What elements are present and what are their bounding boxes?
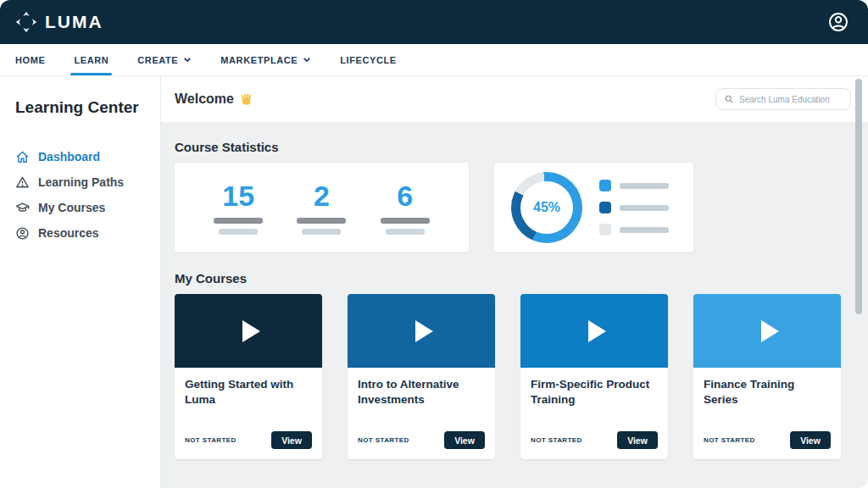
status-badge: NOT STARTED <box>358 436 409 444</box>
view-button[interactable]: View <box>617 431 658 449</box>
donut-center-label: 45% <box>533 200 560 215</box>
stat-sublabel-placeholder <box>386 229 425 235</box>
legend-label-placeholder <box>620 205 669 211</box>
page-title: Learning Center <box>15 98 145 117</box>
status-badge: NOT STARTED <box>531 436 582 444</box>
donut-chart: 45% <box>511 172 582 243</box>
stat-label-placeholder <box>214 218 263 224</box>
brand-name: LUMA <box>45 12 103 32</box>
brand-logo[interactable]: LUMA <box>15 11 103 33</box>
course-title: Finance Training Series <box>704 377 831 407</box>
play-icon <box>415 320 433 342</box>
section-heading-course-statistics: Course Statistics <box>175 140 854 154</box>
sidebar-menu: Dashboard Learning Paths My Courses <box>15 144 145 246</box>
welcome-text: Welcome <box>175 92 234 107</box>
account-button[interactable] <box>827 11 849 33</box>
sidebar-item-label: Dashboard <box>38 150 100 164</box>
luma-compass-icon <box>15 11 37 33</box>
course-card-body: Finance Training Series NOT STARTED View <box>693 368 841 459</box>
nav-tab-home[interactable]: HOME <box>15 44 45 75</box>
stat-sublabel-placeholder <box>219 229 258 235</box>
legend-label-placeholder <box>620 227 669 233</box>
stat-block: 2 <box>297 181 346 235</box>
course-card[interactable]: Getting Started with Luma NOT STARTED Vi… <box>175 294 322 459</box>
user-circle-icon <box>15 226 30 241</box>
status-badge: NOT STARTED <box>704 436 755 444</box>
sidebar: Learning Center Dashboard Learning Paths <box>0 76 161 488</box>
legend-swatch <box>599 202 611 214</box>
legend-label-placeholder <box>620 183 669 189</box>
graduation-cap-icon <box>15 201 30 215</box>
course-title: Intro to Alternative Investments <box>358 377 485 407</box>
view-button[interactable]: View <box>271 431 312 449</box>
search-icon <box>724 94 734 104</box>
legend-swatch <box>599 180 611 191</box>
sidebar-item-resources[interactable]: Resources <box>15 220 145 246</box>
nav-label: LIFECYCLE <box>340 55 397 65</box>
stat-label-placeholder <box>297 218 346 224</box>
course-thumbnail[interactable] <box>348 294 495 368</box>
nav-tab-lifecycle[interactable]: LIFECYCLE <box>340 44 397 75</box>
legend-row <box>599 180 669 191</box>
user-circle-icon <box>827 11 849 33</box>
chart-legend <box>599 180 669 236</box>
course-card-body: Getting Started with Luma NOT STARTED Vi… <box>175 368 322 459</box>
legend-row <box>599 224 669 236</box>
donut-hole: 45% <box>520 181 573 234</box>
chevron-down-icon <box>183 57 192 63</box>
legend-row <box>599 202 669 214</box>
sidebar-item-label: Learning Paths <box>38 175 124 189</box>
stat-label-placeholder <box>381 218 430 224</box>
section-heading-my-courses: My Courses <box>175 271 854 286</box>
course-title: Getting Started with Luma <box>185 377 312 407</box>
search-box[interactable] <box>715 88 851 110</box>
nav-tab-marketplace[interactable]: MARKETPLACE <box>220 44 311 75</box>
course-card-body: Intro to Alternative Investments NOT STA… <box>348 368 495 459</box>
course-thumbnail[interactable] <box>693 294 841 368</box>
stat-sublabel-placeholder <box>302 229 341 235</box>
stat-value: 2 <box>314 181 330 210</box>
nav-label: LEARN <box>74 55 108 65</box>
search-input[interactable] <box>739 95 843 104</box>
welcome-heading: Welcome <box>175 92 254 107</box>
course-statistics-card: 15 2 6 <box>175 163 469 252</box>
course-card[interactable]: Intro to Alternative Investments NOT STA… <box>348 294 495 459</box>
sidebar-item-label: Resources <box>38 226 99 240</box>
nav-tab-create[interactable]: CREATE <box>137 44 192 75</box>
play-icon <box>242 320 260 342</box>
course-thumbnail[interactable] <box>175 294 322 368</box>
scrollbar[interactable] <box>855 79 862 314</box>
view-button[interactable]: View <box>444 431 485 449</box>
sidebar-item-dashboard[interactable]: Dashboard <box>15 144 145 169</box>
nav-tab-learn[interactable]: LEARN <box>74 44 108 75</box>
course-card-list: Getting Started with Luma NOT STARTED Vi… <box>175 294 854 459</box>
wave-emoji-icon <box>240 92 254 107</box>
legend-swatch <box>599 224 611 236</box>
content-header: Welcome <box>161 76 868 123</box>
stat-block: 15 <box>214 181 263 235</box>
completion-chart-card: 45% <box>494 163 693 252</box>
sidebar-item-label: My Courses <box>38 201 105 214</box>
nav-label: CREATE <box>137 55 178 65</box>
sidebar-item-learning-paths[interactable]: Learning Paths <box>15 169 145 195</box>
play-icon <box>761 320 779 342</box>
home-icon <box>15 150 30 164</box>
content-body: Course Statistics 15 2 <box>161 123 868 471</box>
course-card[interactable]: Finance Training Series NOT STARTED View <box>693 294 841 459</box>
stat-value: 15 <box>222 181 254 210</box>
course-thumbnail[interactable] <box>520 294 668 368</box>
sidebar-item-my-courses[interactable]: My Courses <box>15 195 145 220</box>
chevron-down-icon <box>303 57 311 63</box>
status-badge: NOT STARTED <box>185 436 236 444</box>
top-header: LUMA <box>0 0 868 44</box>
path-alert-icon <box>15 175 30 190</box>
view-button[interactable]: View <box>790 431 831 449</box>
stat-value: 6 <box>397 181 413 210</box>
stat-block: 6 <box>381 181 430 235</box>
course-card-body: Firm-Specific Product Training NOT START… <box>520 368 668 459</box>
play-icon <box>588 320 606 342</box>
course-card[interactable]: Firm-Specific Product Training NOT START… <box>520 294 668 459</box>
course-title: Firm-Specific Product Training <box>531 377 658 407</box>
nav-label: MARKETPLACE <box>220 55 298 65</box>
app-window: LUMA HOME LEARN CREATE MARKETPLACE LIFEC… <box>0 0 868 488</box>
